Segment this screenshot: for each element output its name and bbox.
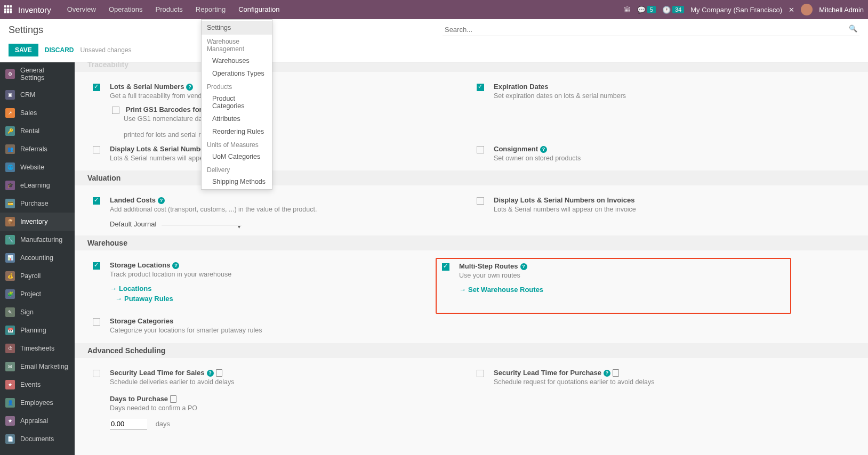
sidebar-label: Website bbox=[20, 164, 44, 171]
discard-button[interactable]: DISCARD bbox=[45, 46, 74, 54]
help-icon[interactable]: ? bbox=[186, 84, 193, 91]
checkbox-lots-serial[interactable] bbox=[93, 84, 100, 91]
sidebar-label: Planning bbox=[20, 327, 46, 334]
sidebar-item-accounting[interactable]: 📊Accounting bbox=[0, 249, 75, 267]
building-icon[interactable]: 🏛 bbox=[624, 6, 631, 14]
doc-icon[interactable] bbox=[613, 369, 619, 377]
unsaved-changes-text: Unsaved changes bbox=[80, 46, 131, 54]
sidebar-item-email-marketing[interactable]: ✉Email Marketing bbox=[0, 358, 75, 376]
menu-products[interactable]: Products bbox=[149, 0, 189, 19]
setting-desc: Set expiration dates on lots & serial nu… bbox=[494, 92, 850, 101]
checkbox-multi-step-routes[interactable] bbox=[442, 263, 449, 271]
doc-icon[interactable] bbox=[216, 369, 222, 377]
sidebar-item-referrals[interactable]: 👥Referrals bbox=[0, 140, 75, 158]
checkbox-expiration[interactable] bbox=[477, 84, 484, 91]
sidebar-item-employees[interactable]: 👤Employees bbox=[0, 394, 75, 412]
link-locations[interactable]: →Locations bbox=[110, 285, 151, 292]
sidebar-item-sales[interactable]: ↗Sales bbox=[0, 104, 75, 122]
checkbox-landed-costs[interactable] bbox=[93, 197, 100, 205]
sidebar-item-timesheets[interactable]: ⏱Timesheets bbox=[0, 339, 75, 358]
sidebar-item-payroll[interactable]: 💰Payroll bbox=[0, 267, 75, 285]
help-icon[interactable]: ? bbox=[158, 197, 165, 204]
sidebar-item-website[interactable]: 🌐Website bbox=[0, 158, 75, 176]
link-set-warehouse-routes[interactable]: →Set Warehouse Routes bbox=[459, 286, 543, 294]
setting-desc: Lots & Serial numbers will appea bbox=[110, 154, 466, 164]
sidebar-item-appraisal[interactable]: ★Appraisal bbox=[0, 412, 75, 430]
user-name[interactable]: Mitchell Admin bbox=[819, 6, 864, 14]
arrow-right-icon: → bbox=[115, 295, 122, 303]
app-brand[interactable]: Inventory bbox=[18, 5, 51, 14]
sidebar-item-planning[interactable]: 📅Planning bbox=[0, 321, 75, 339]
dropdown-operation-types[interactable]: Operations Types bbox=[202, 67, 272, 80]
sidebar-label: Purchase bbox=[20, 200, 49, 207]
checkbox-gs1[interactable] bbox=[112, 107, 119, 114]
setting-desc: Days needed to confirm a PO bbox=[110, 404, 466, 413]
dropdown-settings[interactable]: Settings bbox=[202, 21, 272, 35]
help-icon[interactable]: ? bbox=[207, 370, 214, 377]
sidebar-item-purchase[interactable]: 💳Purchase bbox=[0, 194, 75, 213]
menu-reporting[interactable]: Reporting bbox=[189, 0, 232, 19]
sidebar-item-elearning[interactable]: 🎓eLearning bbox=[0, 176, 75, 194]
activities-icon[interactable]: 🕐34 bbox=[662, 6, 684, 14]
dropdown-shipping-methods[interactable]: Shipping Methods bbox=[202, 175, 272, 188]
dropdown-warehouses[interactable]: Warehouses bbox=[202, 54, 272, 67]
menu-configuration[interactable]: Configuration bbox=[232, 0, 286, 19]
setting-storage-locations: Storage Locations? Track product locatio… bbox=[87, 258, 441, 314]
help-icon[interactable]: ? bbox=[604, 370, 610, 377]
help-icon[interactable]: ? bbox=[172, 262, 179, 269]
sidebar-label: Referrals bbox=[20, 145, 47, 153]
checkbox-display-lots-delivery[interactable] bbox=[93, 146, 100, 153]
sidebar-item-documents[interactable]: 📄Documents bbox=[0, 430, 75, 448]
sales-icon: ↗ bbox=[5, 108, 15, 118]
dropdown-attributes[interactable]: Attributes bbox=[202, 112, 272, 125]
menu-operations[interactable]: Operations bbox=[102, 0, 149, 19]
checkbox-consignment[interactable] bbox=[477, 146, 484, 153]
sidebar-item-project[interactable]: 🧩Project bbox=[0, 285, 75, 303]
row: Landed Costs? Add additional cost (trans… bbox=[87, 193, 855, 231]
setting-desc: Schedule deliveries earlier to avoid del… bbox=[110, 378, 466, 387]
link-putaway-rules[interactable]: →Putaway Rules bbox=[115, 295, 173, 303]
sidebar-item-inventory[interactable]: 📦Inventory bbox=[0, 213, 75, 231]
sidebar-label: Payroll bbox=[20, 272, 41, 280]
days-to-purchase-input[interactable] bbox=[110, 419, 147, 429]
section-traceability: Lots & Serial Numbers? Get a full tracea… bbox=[75, 72, 868, 170]
help-icon[interactable]: ? bbox=[540, 146, 547, 153]
header-actions: SAVE DISCARD Unsaved changes bbox=[0, 40, 868, 62]
apps-menu-icon[interactable] bbox=[4, 5, 13, 14]
sidebar-item-general[interactable]: ⚙General Settings bbox=[0, 62, 75, 86]
user-avatar[interactable] bbox=[801, 4, 813, 15]
checkbox-display-lots-invoice[interactable] bbox=[477, 197, 484, 205]
dropdown-reordering-rules[interactable]: Reordering Rules bbox=[202, 125, 272, 138]
checkbox-lead-time-purchase[interactable] bbox=[477, 370, 484, 377]
setting-title: Storage Locations bbox=[110, 261, 170, 269]
sidebar-label: Accounting bbox=[20, 254, 53, 262]
help-icon[interactable]: ? bbox=[520, 263, 527, 270]
default-journal-dropdown[interactable] bbox=[162, 223, 242, 225]
messages-icon[interactable]: 💬5 bbox=[637, 6, 656, 14]
dropdown-product-categories[interactable]: Product Categories bbox=[202, 92, 272, 112]
sidebar-item-rental[interactable]: 🔑Rental bbox=[0, 122, 75, 140]
sidebar-item-sign[interactable]: ✎Sign bbox=[0, 303, 75, 321]
company-switcher[interactable]: My Company (San Francisco) bbox=[690, 6, 782, 14]
sidebar-label: Manufacturing bbox=[20, 236, 62, 243]
doc-icon[interactable] bbox=[170, 395, 176, 403]
settings-content[interactable]: Traceability Lots & Serial Numbers? Get … bbox=[75, 62, 868, 455]
navbar-right: 🏛 💬5 🕐34 My Company (San Francisco) ✕ Mi… bbox=[624, 4, 864, 15]
sidebar-item-crm[interactable]: ▣CRM bbox=[0, 86, 75, 104]
checkbox-storage-locations[interactable] bbox=[93, 262, 100, 270]
sidebar-item-manufacturing[interactable]: 🔧Manufacturing bbox=[0, 231, 75, 249]
setting-desc: Track product location in your warehouse bbox=[110, 270, 436, 280]
search-icon[interactable]: 🔍 bbox=[849, 25, 857, 32]
page-title: Settings bbox=[9, 25, 43, 36]
tools-icon[interactable]: ✕ bbox=[789, 6, 794, 14]
save-button[interactable]: SAVE bbox=[9, 44, 38, 56]
checkbox-storage-categories[interactable] bbox=[93, 318, 100, 326]
menu-overview[interactable]: Overview bbox=[61, 0, 102, 19]
sidebar-label: CRM bbox=[20, 91, 35, 99]
search-input[interactable] bbox=[443, 23, 859, 36]
dropdown-uom-categories[interactable]: UoM Categories bbox=[202, 150, 272, 163]
dropdown-header-products: Products bbox=[202, 80, 272, 92]
section-title-advanced-scheduling: Advanced Scheduling bbox=[75, 343, 868, 358]
checkbox-lead-time-sales[interactable] bbox=[93, 370, 100, 377]
sidebar-item-events[interactable]: ★Events bbox=[0, 376, 75, 394]
